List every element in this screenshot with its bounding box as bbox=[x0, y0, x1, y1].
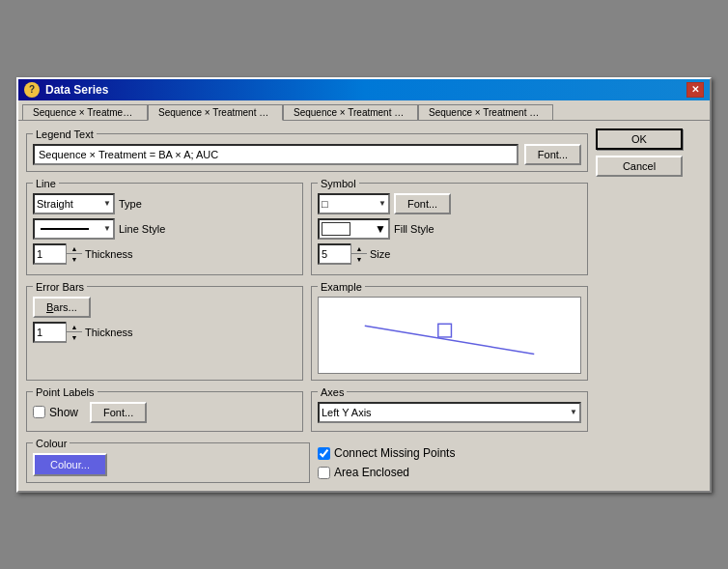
legend-text-label: Legend Text bbox=[33, 128, 97, 140]
line-thickness-up[interactable]: ▲ bbox=[67, 243, 82, 254]
line-style-label: Line Style bbox=[119, 223, 165, 235]
example-label: Example bbox=[318, 281, 365, 293]
line-style-select[interactable]: ▼ bbox=[33, 218, 115, 240]
error-bars-group: Error Bars Bars... ▲ ▼ Thickness bbox=[26, 281, 303, 381]
dialog-icon: ? bbox=[24, 82, 40, 98]
point-labels-label: Point Labels bbox=[33, 386, 98, 398]
dialog-body: Legend Text Font... Line Straight ▼ bbox=[18, 121, 710, 491]
show-label: Show bbox=[49, 406, 78, 419]
symbol-size-label: Size bbox=[370, 248, 390, 260]
line-style-arrow: ▼ bbox=[103, 224, 111, 233]
symbol-type-select[interactable]: □ ▼ bbox=[318, 193, 390, 214]
show-checkbox[interactable] bbox=[33, 406, 45, 418]
axes-select[interactable]: Left Y Axis ▼ bbox=[318, 402, 581, 423]
svg-rect-1 bbox=[438, 324, 452, 337]
point-labels-group: Point Labels Show Font... bbox=[26, 386, 303, 432]
legend-text-input[interactable] bbox=[33, 144, 518, 165]
dialog-title: Data Series bbox=[45, 83, 108, 97]
title-bar: ? Data Series ✕ bbox=[18, 79, 710, 100]
error-thickness-up[interactable]: ▲ bbox=[67, 322, 82, 332]
line-style-preview bbox=[41, 228, 89, 230]
example-svg bbox=[319, 298, 580, 373]
line-thickness-spinbox[interactable]: ▲ ▼ bbox=[33, 243, 81, 265]
connect-missing-checkbox[interactable] bbox=[318, 447, 330, 460]
line-label: Line bbox=[33, 178, 59, 189]
line-type-value: Straight bbox=[37, 198, 73, 210]
cancel-button[interactable]: Cancel bbox=[596, 156, 683, 177]
legend-font-button[interactable]: Font... bbox=[524, 144, 581, 165]
fill-preview bbox=[322, 222, 350, 236]
symbol-fill-select[interactable]: ▼ bbox=[318, 218, 390, 240]
bars-button[interactable]: Bars... bbox=[33, 297, 91, 318]
error-thickness-label: Thickness bbox=[85, 327, 133, 338]
axes-group: Axes Left Y Axis ▼ bbox=[311, 386, 588, 432]
error-thickness-down[interactable]: ▼ bbox=[67, 332, 82, 343]
example-preview bbox=[318, 297, 581, 374]
error-bars-label: Error Bars bbox=[33, 281, 87, 293]
tab-1[interactable]: Sequence × Treatment = AB × A; bbox=[148, 104, 283, 121]
example-group: Example bbox=[311, 281, 588, 381]
symbol-size-input[interactable] bbox=[320, 248, 350, 260]
tab-3[interactable]: Sequence × Treatment = BA × A; bbox=[418, 104, 553, 120]
line-thickness-label: Thickness bbox=[85, 248, 133, 260]
area-enclosed-row: Area Enclosed bbox=[318, 466, 588, 479]
colour-group: Colour Colour... bbox=[26, 438, 310, 483]
left-panel: Legend Text Font... Line Straight ▼ bbox=[26, 128, 588, 483]
colour-button[interactable]: Colour... bbox=[33, 453, 107, 476]
tabs-row: Sequence × Treatment = BA × B; Sequence … bbox=[18, 100, 710, 121]
tab-0[interactable]: Sequence × Treatment = BA × B; bbox=[22, 104, 148, 120]
symbol-size-spinbox[interactable]: ▲ ▼ bbox=[318, 243, 366, 265]
point-font-button[interactable]: Font... bbox=[90, 402, 147, 423]
fill-style-label: Fill Style bbox=[394, 223, 434, 235]
axes-value: Left Y Axis bbox=[322, 407, 372, 418]
data-series-dialog: ? Data Series ✕ Sequence × Treatment = B… bbox=[16, 77, 712, 493]
symbol-size-down[interactable]: ▼ bbox=[351, 254, 367, 265]
area-enclosed-label: Area Enclosed bbox=[334, 466, 409, 479]
symbol-label: Symbol bbox=[318, 178, 359, 189]
ok-button[interactable]: OK bbox=[596, 128, 683, 150]
axes-label: Axes bbox=[318, 386, 347, 398]
symbol-font-button[interactable]: Font... bbox=[394, 193, 451, 214]
right-panel: OK Cancel bbox=[596, 128, 702, 483]
line-type-label: Type bbox=[119, 198, 142, 210]
tab-2[interactable]: Sequence × Treatment = AB × B;. bbox=[283, 104, 418, 120]
symbol-arrow: ▼ bbox=[378, 199, 386, 208]
line-type-arrow: ▼ bbox=[103, 199, 111, 208]
area-enclosed-checkbox[interactable] bbox=[318, 467, 330, 479]
line-type-select[interactable]: Straight ▼ bbox=[33, 193, 115, 214]
symbol-type-value: □ bbox=[322, 198, 328, 210]
connect-missing-label: Connect Missing Points bbox=[334, 446, 455, 460]
symbol-group: Symbol □ ▼ Font... ▼ Fill Style bbox=[311, 178, 588, 275]
connect-missing-row: Connect Missing Points bbox=[318, 446, 588, 460]
legend-text-group: Legend Text Font... bbox=[26, 128, 588, 172]
axes-arrow: ▼ bbox=[570, 408, 577, 416]
colour-label: Colour bbox=[33, 438, 70, 449]
line-thickness-input[interactable] bbox=[35, 248, 66, 260]
line-group: Line Straight ▼ Type ▼ Line Style bbox=[26, 178, 303, 275]
line-thickness-down[interactable]: ▼ bbox=[67, 254, 82, 265]
fill-arrow: ▼ bbox=[375, 222, 386, 236]
error-thickness-input[interactable] bbox=[35, 327, 66, 338]
error-thickness-spinbox[interactable]: ▲ ▼ bbox=[33, 322, 81, 343]
symbol-size-up[interactable]: ▲ bbox=[351, 243, 367, 254]
close-button[interactable]: ✕ bbox=[686, 82, 704, 98]
